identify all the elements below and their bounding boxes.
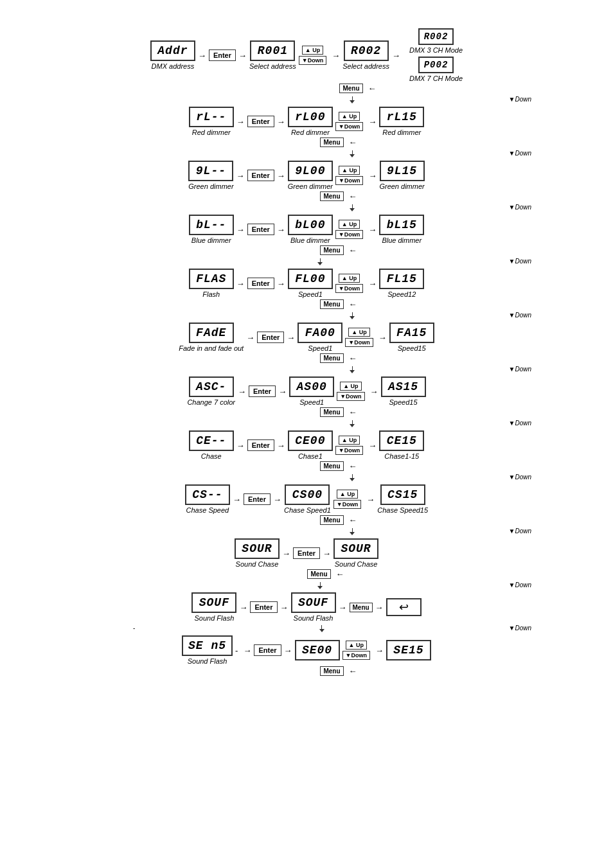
label-vdown-5: ▼Down [509, 312, 531, 320]
updown-addr: ▲ Up ▼Down [299, 45, 326, 66]
menu-row-chase: Menu ← [82, 461, 531, 471]
arrow-menu-left-flash: ← [349, 299, 357, 309]
arrow-menu-left-addr: ← [368, 84, 377, 93]
btn-menu-color7[interactable]: Menu [320, 407, 343, 417]
node-blue-right: bL15 Blue dimmer [379, 215, 424, 244]
lcd-addr-main: Addr [150, 40, 195, 61]
btn-down-chasespeed[interactable]: ▼Down [333, 500, 361, 509]
btn-down-chase[interactable]: ▼Down [335, 446, 363, 455]
node-soundflash-enter: SOUF Sound Flash [291, 592, 336, 622]
node-red-main: rL-- Red dimmer [189, 107, 234, 136]
node-soundflash-main: SOUF Sound Flash [191, 592, 236, 622]
btn-down-color7[interactable]: ▼Down [337, 392, 364, 401]
vdown-6: ▼Down [197, 366, 531, 374]
btn-up-blue[interactable]: ▲ Up [339, 220, 360, 229]
btn-enter-sens[interactable]: Enter [254, 644, 281, 656]
btn-enter-green[interactable]: Enter [247, 170, 274, 181]
btn-up-color7[interactable]: ▲ Up [340, 382, 361, 391]
btn-menu-fade[interactable]: Menu [320, 353, 343, 363]
btn-down-addr[interactable]: ▼Down [299, 56, 326, 65]
btn-enter-flash[interactable]: Enter [247, 278, 274, 289]
btn-menu-red[interactable]: Menu [320, 137, 343, 147]
label-flash-main: Flash [202, 290, 220, 298]
btn-enter-soundchase[interactable]: Enter [293, 547, 320, 559]
updown-sens: ▲ Up ▼Down [342, 640, 370, 660]
btn-enter-red[interactable]: Enter [247, 116, 274, 127]
label-vdown-9: ▼Down [509, 527, 531, 536]
btn-menu-flash[interactable]: Menu [320, 299, 343, 309]
arrow-after-enter-chase: → [277, 441, 285, 450]
btn-menu-chase[interactable]: Menu [320, 461, 343, 471]
btn-menu-addr[interactable]: Menu [339, 84, 362, 93]
label-chasespeed-right: Chase Speed15 [377, 506, 428, 514]
label-vdown-11: ▼Down [509, 624, 531, 633]
btn-enter-blue[interactable]: Enter [247, 224, 274, 235]
btn-menu-soundflash[interactable]: Menu [350, 603, 373, 612]
lcd-dmx3: R002 [418, 28, 454, 45]
btn-up-flash[interactable]: ▲ Up [339, 274, 360, 283]
label-vdown-10: ▼Down [509, 581, 531, 590]
lcd-addr-right: R002 [344, 40, 389, 61]
label-green-main: Green dimmer [188, 182, 233, 190]
btn-up-addr[interactable]: ▲ Up [302, 46, 323, 55]
lcd-color7-right: AS15 [381, 376, 426, 397]
btn-up-chasespeed[interactable]: ▲ Up [337, 490, 358, 499]
btn-menu-soundchase[interactable]: Menu [307, 569, 330, 579]
node-fade-right: FA15 Speed15 [389, 323, 434, 352]
btn-down-sens[interactable]: ▼Down [342, 651, 370, 660]
menu-row-fade: Menu ← [82, 353, 531, 363]
btn-up-fade[interactable]: ▲ Up [348, 328, 369, 337]
label-vdown-2: ▼Down [509, 150, 531, 158]
node-blue-enter: bL00 Blue dimmer [288, 215, 333, 244]
menu-row-blue: Menu ← [82, 245, 531, 255]
btn-enter-soundflash[interactable]: Enter [250, 601, 277, 613]
vdown-4: ▼Down [133, 258, 531, 266]
label-vdown-4: ▼Down [509, 258, 531, 266]
btn-enter-addr[interactable]: Enter [209, 49, 236, 61]
btn-down-fade[interactable]: ▼Down [345, 338, 373, 347]
vdown-1: ▼Down [197, 96, 531, 104]
btn-down-blue[interactable]: ▼Down [335, 230, 363, 239]
node-green-right: 9L15 Green dimmer [379, 161, 424, 190]
btn-enter-chasespeed[interactable]: Enter [244, 493, 271, 505]
btn-up-red[interactable]: ▲ Up [339, 112, 360, 121]
arrow-right-chasespeed: → [366, 495, 375, 504]
dash-sens: - [235, 646, 238, 655]
menu-row-green: Menu ← [82, 191, 531, 201]
lcd-dmx7: P002 [418, 57, 454, 73]
lcd-chasespeed-right: CS15 [380, 484, 425, 505]
arrow-after-enter-sens: → [284, 646, 292, 655]
btn-menu-green[interactable]: Menu [320, 191, 343, 201]
btn-menu-sens[interactable]: Menu [320, 666, 343, 676]
label-vdown-11-dash: - [133, 624, 135, 633]
node-color7-main: ASC- Change 7 color [187, 376, 235, 406]
updown-blue: ▲ Up ▼Down [335, 219, 363, 240]
node-dmx7: P002 DMX 7 CH Mode [409, 57, 463, 82]
btn-down-green[interactable]: ▼Down [335, 176, 363, 185]
btn-menu-blue[interactable]: Menu [320, 245, 343, 255]
updown-red: ▲ Up ▼Down [335, 111, 363, 132]
lcd-flash-right: FL15 [379, 269, 424, 289]
btn-up-chase[interactable]: ▲ Up [339, 436, 360, 445]
arrow-menu-left-red: ← [349, 137, 357, 147]
menu-row-chasespeed: Menu ← [82, 515, 531, 525]
btn-enter-chase[interactable]: Enter [247, 439, 274, 451]
section-flash: FLAS Flash → Enter → FL00 Speed1 ▲ Up ▼D… [82, 269, 531, 309]
btn-menu-chasespeed[interactable]: Menu [320, 515, 343, 525]
btn-enter-color7[interactable]: Enter [249, 385, 276, 397]
arrow-menu-soundflash: → [339, 603, 347, 612]
arrow-right-chase: → [368, 441, 377, 450]
label-chase-right: Chase1-15 [384, 452, 419, 460]
btn-enter-fade[interactable]: Enter [257, 332, 284, 343]
btn-down-red[interactable]: ▼Down [335, 122, 363, 131]
btn-up-sens[interactable]: ▲ Up [346, 641, 367, 650]
btn-up-green[interactable]: ▲ Up [339, 166, 360, 175]
node-chase-right: CE15 Chase1-15 [379, 430, 424, 460]
page: Addr DMX address → Enter → R001 Select a… [0, 0, 613, 868]
btn-down-flash[interactable]: ▼Down [335, 284, 363, 293]
lcd-flash-enter: FL00 [288, 269, 333, 289]
arrow-right-addr: → [332, 51, 340, 60]
arrow-menu-left-sens: ← [349, 666, 357, 676]
end-box-soundflash: ↩ [386, 598, 422, 616]
section-color7: ASC- Change 7 color → Enter → AS00 Speed… [82, 376, 531, 417]
